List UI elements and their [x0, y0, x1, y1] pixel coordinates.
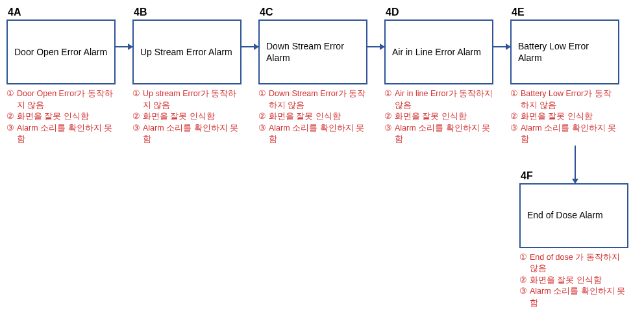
arrow-down-icon — [575, 146, 576, 183]
note-text: Up stream Error가 동작하지 않음 — [143, 88, 242, 111]
node-label-4c: 4C — [258, 6, 367, 18]
note-marker: ③ — [384, 123, 392, 134]
node-4d: 4D Air in Line Error Alarm ①Air in line … — [384, 6, 493, 146]
node-box-4c: Down Stream Error Alarm — [258, 19, 367, 84]
node-4c: 4C Down Stream Error Alarm ①Down Stream … — [258, 6, 367, 146]
node-label-4e: 4E — [510, 6, 619, 18]
note-marker: ② — [384, 111, 392, 123]
note-marker: ① — [258, 88, 266, 100]
note-text: Alarm 소리를 확인하지 못함 — [143, 123, 242, 146]
node-box-4d: Air in Line Error Alarm — [384, 19, 493, 84]
node-box-4b: Up Stream Error Alarm — [132, 19, 242, 84]
diagram-row-2: 4F End of Dose Alarm ①End of dose 가 동작하지… — [6, 146, 638, 309]
diagram-row-1: 4A Door Open Error Alarm ①Door Open Erro… — [6, 6, 638, 146]
arrow-c-d — [367, 6, 384, 87]
note-text: 화면을 잘못 인식함 — [521, 111, 619, 123]
node-notes-4e: ①Battery Low Error가 동작하지 않음 ②화면을 잘못 인식함 … — [510, 88, 619, 146]
note-marker: ① — [6, 88, 14, 100]
node-notes-4d: ①Air in line Error가 동작하지 않음 ②화면을 잘못 인식함 … — [384, 88, 493, 146]
note-text: 화면을 잘못 인식함 — [395, 111, 493, 123]
node-label-4f: 4F — [519, 170, 575, 182]
note-text: Alarm 소리를 확인하지 못함 — [17, 123, 116, 146]
node-notes-4b: ①Up stream Error가 동작하지 않음 ②화면을 잘못 인식함 ③A… — [132, 88, 242, 146]
note-marker: ③ — [519, 286, 527, 298]
note-marker: ③ — [258, 123, 266, 134]
node-label-4a: 4A — [6, 6, 116, 18]
arrow-right-icon — [116, 46, 132, 47]
node-box-4f: End of Dose Alarm — [519, 183, 628, 248]
note-marker: ③ — [132, 123, 140, 134]
note-text: Alarm 소리를 확인하지 못함 — [530, 286, 628, 309]
node-notes-4a: ①Door Open Error가 동작하지 않음 ②화면을 잘못 인식함 ③A… — [6, 88, 116, 146]
note-marker: ② — [132, 111, 140, 123]
arrow-right-icon — [493, 46, 510, 47]
node-box-4a: Door Open Error Alarm — [6, 19, 116, 84]
note-text: 화면을 잘못 인식함 — [530, 275, 628, 287]
note-marker: ② — [6, 111, 14, 123]
node-4a: 4A Door Open Error Alarm ①Door Open Erro… — [6, 6, 116, 146]
note-text: Door Open Error가 동작하지 않음 — [17, 88, 116, 111]
note-text: Alarm 소리를 확인하지 못함 — [395, 123, 493, 146]
node-notes-4f: ①End of dose 가 동작하지 않음 ②화면을 잘못 인식함 ③Alar… — [519, 252, 628, 309]
note-text: Battery Low Error가 동작하지 않음 — [521, 88, 619, 111]
note-marker: ① — [132, 88, 140, 100]
note-marker: ② — [510, 111, 518, 123]
node-notes-4c: ①Down Stream Error가 동작하지 않음 ②화면을 잘못 인식함 … — [258, 88, 367, 146]
node-box-4e: Battery Low Error Alarm — [510, 19, 619, 84]
node-4b: 4B Up Stream Error Alarm ①Up stream Erro… — [132, 6, 242, 146]
note-text: Down Stream Error가 동작하지 않음 — [269, 88, 367, 111]
arrow-b-c — [242, 6, 258, 87]
note-marker: ② — [258, 111, 266, 123]
note-marker: ③ — [510, 123, 518, 134]
arrow-right-icon — [242, 46, 258, 47]
note-marker: ② — [519, 275, 527, 287]
node-label-4b: 4B — [132, 6, 242, 18]
arrow-right-icon — [367, 46, 384, 47]
note-text: 화면을 잘못 인식함 — [17, 111, 116, 123]
note-marker: ① — [519, 252, 527, 264]
note-marker: ① — [510, 88, 518, 100]
note-text: 화면을 잘못 인식함 — [143, 111, 242, 123]
note-text: Alarm 소리를 확인하지 못함 — [521, 123, 619, 146]
arrow-d-e — [493, 6, 510, 87]
note-text: 화면을 잘못 인식함 — [269, 111, 367, 123]
note-text: Air in line Error가 동작하지 않음 — [395, 88, 493, 111]
note-marker: ① — [384, 88, 392, 100]
connector-e-f: 4F End of Dose Alarm ①End of dose 가 동작하지… — [519, 146, 628, 309]
node-4e: 4E Battery Low Error Alarm ①Battery Low … — [510, 6, 619, 146]
note-text: End of dose 가 동작하지 않음 — [530, 252, 628, 275]
note-marker: ③ — [6, 123, 14, 134]
arrow-a-b — [116, 6, 132, 87]
node-label-4d: 4D — [384, 6, 493, 18]
node-4f: End of Dose Alarm ①End of dose 가 동작하지 않음… — [519, 183, 628, 309]
note-text: Alarm 소리를 확인하지 못함 — [269, 123, 367, 146]
